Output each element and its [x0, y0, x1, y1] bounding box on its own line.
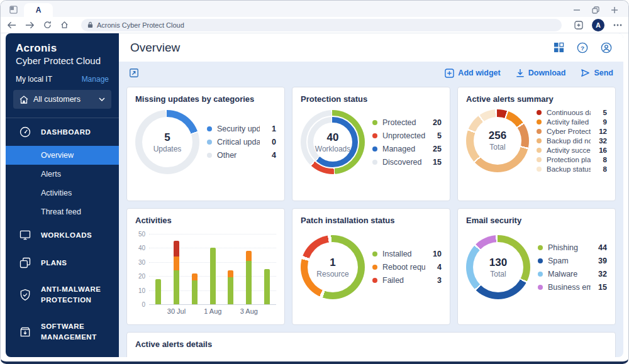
patch-status-donut[interactable]: 1 Resource — [301, 235, 365, 299]
browser-menu-button[interactable] — [613, 24, 622, 26]
widget-protection-status: Protection status 40 Workloads Protected… — [292, 87, 450, 201]
legend-label: Cyber Protection s... — [547, 128, 591, 135]
legend-item[interactable]: Phishing44 — [538, 241, 607, 254]
send-button[interactable]: Send — [581, 69, 613, 78]
sidebar-item-plans[interactable]: PLANS — [6, 249, 119, 277]
browser-tab[interactable]: A — [24, 3, 53, 17]
forward-button[interactable] — [25, 21, 35, 29]
activities-chart[interactable]: 0102030405030 Jul1 Aug3 Aug — [135, 230, 276, 315]
sidebar-item-label: SOFTWARE — [41, 323, 84, 330]
sidebar-item-activities[interactable]: Activities — [6, 184, 119, 202]
legend-value: 15 — [596, 283, 607, 292]
minimize-button[interactable] — [573, 6, 581, 14]
legend-dot-icon — [537, 119, 542, 124]
sidebar-item-dashboard[interactable]: DASHBOARD — [6, 118, 119, 146]
legend-item[interactable]: Other4 — [207, 149, 276, 162]
restore-button[interactable] — [592, 6, 599, 14]
legend-dot-icon — [207, 153, 212, 158]
legend-item[interactable]: Business email co...15 — [538, 280, 607, 294]
legend-dot-icon — [372, 133, 377, 138]
refresh-button[interactable] — [43, 21, 52, 29]
legend-value: 4 — [430, 263, 442, 272]
legend-item[interactable]: Reboot required4 — [372, 261, 442, 274]
stacked-bar[interactable] — [155, 279, 161, 304]
home-button[interactable] — [60, 21, 69, 29]
legend-item[interactable]: Protection plan con...8 — [537, 155, 607, 164]
email-security-donut[interactable]: 130 Total — [466, 235, 530, 299]
legend-item[interactable]: Discovered15 — [372, 155, 442, 168]
legend-item[interactable]: Security updates1 — [207, 123, 276, 136]
legend-label: Reboot required — [382, 263, 425, 272]
active-alerts-donut[interactable]: 256 Total — [466, 109, 529, 172]
acronis-favicon: A — [36, 6, 42, 14]
stacked-bar[interactable] — [192, 273, 198, 304]
legend-dot-icon — [207, 140, 212, 145]
legend-item[interactable]: Failed3 — [372, 274, 442, 287]
legend-dot-icon — [538, 258, 543, 263]
legend-item[interactable]: Managed25 — [372, 142, 442, 155]
customers-dropdown-value: All customers — [33, 95, 81, 104]
stacked-bar[interactable] — [264, 269, 270, 304]
add-tab-icon[interactable] — [574, 21, 583, 30]
x-axis-tick — [258, 304, 276, 315]
legend-label: Malware — [548, 270, 591, 279]
legend-item[interactable]: Critical updates0 — [207, 136, 276, 149]
stacked-bar[interactable] — [228, 270, 233, 304]
protection-status-donut[interactable]: 40 Workloads — [301, 110, 365, 174]
legend-dot-icon — [537, 157, 542, 162]
customers-dropdown[interactable]: All customers — [13, 90, 111, 109]
legend-label: Protected — [382, 118, 425, 127]
sidebar-item-overview[interactable]: Overview — [6, 146, 119, 165]
widget-grid: Missing updates by categories 5 Updates … — [119, 84, 623, 357]
apps-grid-icon[interactable] — [554, 42, 564, 53]
legend-item[interactable]: Unprotected5 — [372, 129, 442, 142]
svg-text:?: ? — [581, 44, 584, 51]
browser-window: A Acronis Cyber Protect Cloud A — [0, 0, 629, 364]
legend-label: Discovered — [382, 158, 425, 167]
tab-overview-icon[interactable] — [9, 6, 18, 14]
legend-item[interactable]: Activity succeeded...16 — [537, 145, 607, 155]
account-icon[interactable] — [601, 42, 612, 53]
lock-icon — [87, 21, 93, 28]
address-bar[interactable]: Acronis Cyber Protect Cloud — [81, 19, 562, 31]
email-security-legend: Phishing44Spam39Malware32Business email … — [538, 241, 607, 294]
add-widget-button[interactable]: Add widget — [445, 69, 500, 78]
legend-item[interactable]: Backup status is un...8 — [537, 164, 607, 174]
stacked-bar[interactable] — [246, 251, 252, 304]
donut-center-label: Workloads — [315, 145, 350, 153]
legend-value: 3 — [430, 276, 442, 285]
widget-title: Email security — [466, 216, 607, 225]
stacked-bar[interactable] — [174, 241, 179, 304]
legend-label: Continuous data pr... — [547, 109, 591, 116]
brand: Acronis Cyber Protect Cloud — [6, 33, 119, 66]
sidebar-item-software-management[interactable]: SOFTWAREMANAGEMENT — [6, 314, 119, 351]
legend-item[interactable]: Protected20 — [372, 116, 442, 129]
manage-link[interactable]: Manage — [82, 75, 109, 84]
account-avatar[interactable]: A — [592, 19, 604, 31]
sidebar-item-workloads[interactable]: WORKLOADS — [6, 221, 119, 249]
download-icon — [516, 69, 525, 78]
legend-item[interactable]: Spam39 — [538, 254, 607, 267]
sidebar-item-anti-malware[interactable]: ANTI-MALWAREPROTECTION — [6, 277, 119, 314]
stacked-bar[interactable] — [210, 248, 216, 304]
widget-title: Missing updates by categories — [135, 94, 276, 104]
sidebar-item-alerts[interactable]: Alerts — [6, 165, 119, 184]
help-icon[interactable]: ? — [577, 42, 588, 53]
gauge-icon — [18, 126, 32, 138]
new-tab-button[interactable] — [611, 6, 618, 14]
legend-item[interactable]: Cyber Protection s...12 — [537, 126, 607, 136]
popout-icon[interactable] — [129, 68, 139, 78]
legend-item[interactable]: Activity failed9 — [537, 117, 607, 126]
protection-status-legend: Protected20Unprotected5Managed25Discover… — [372, 116, 442, 168]
legend-item[interactable]: Backup did not st...32 — [537, 136, 607, 145]
donut-center-value: 130 — [489, 256, 507, 269]
legend-item[interactable]: Continuous data pr...5 — [537, 108, 607, 117]
legend-item[interactable]: Malware32 — [538, 267, 607, 280]
sidebar-item-threat-feed[interactable]: Threat feed — [6, 202, 119, 221]
legend-item[interactable]: Installed10 — [372, 248, 442, 261]
download-button[interactable]: Download — [516, 69, 566, 78]
legend-value: 44 — [596, 243, 607, 252]
legend-label: Activity failed — [547, 118, 591, 126]
missing-updates-donut[interactable]: 5 Updates — [135, 110, 199, 174]
back-button[interactable] — [7, 21, 16, 29]
